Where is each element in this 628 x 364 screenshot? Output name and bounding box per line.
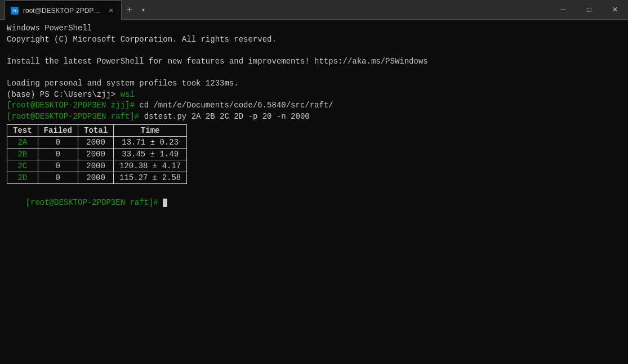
tab-bar: PS root@DESKTOP-2PDP3EN:/m ✕ + ▾ [5,0,550,19]
new-tab-button[interactable]: + [122,2,137,17]
terminal-line-5 [7,67,621,78]
table-header-test: Test [7,125,38,137]
terminal-line-4: Install the latest PowerShell for new fe… [7,56,621,68]
maximize-button[interactable]: □ [576,0,602,20]
table-header-total: Total [78,125,114,137]
window-controls: ─ □ ✕ [550,0,628,19]
tab-dropdown-button[interactable]: ▾ [137,2,149,17]
terminal-line-8: [root@DESKTOP-2PDP3EN zjj]# cd /mnt/e/Do… [7,100,621,111]
table-cell-time: 115.27 ± 2.58 [114,172,187,184]
titlebar: PS root@DESKTOP-2PDP3EN:/m ✕ + ▾ ─ □ ✕ [0,0,628,20]
table-cell-test: 2A [7,137,38,149]
table-cell-time: 33.45 ± 1.49 [114,149,187,160]
table-cell-total: 2000 [78,160,114,172]
minimize-button[interactable]: ─ [550,0,576,20]
tab-title: root@DESKTOP-2PDP3EN:/m [23,7,102,15]
close-button[interactable]: ✕ [602,0,628,20]
terminal-prompt: [root@DESKTOP-2PDP3EN raft]# [7,186,621,219]
table-cell-total: 2000 [78,172,114,184]
table-cell-time: 13.71 ± 0.23 [114,137,187,149]
table-header-failed: Failed [38,125,78,137]
terminal-line-3 [7,45,621,56]
terminal-line-7: (base) PS C:\Users\zjj> wsl [7,89,621,101]
table-cell-failed: 0 [38,172,78,184]
table-cell-test: 2D [7,172,38,184]
table-header-time: Time [114,125,187,137]
tab-close-button[interactable]: ✕ [106,6,115,15]
table-cell-total: 2000 [78,149,114,160]
results-table: Test Failed Total Time 2A0200013.71 ± 0.… [7,124,187,184]
table-cell-test: 2B [7,149,38,160]
svg-text:PS: PS [12,9,18,13]
terminal-line-2: Copyright (C) Microsoft Corporation. All… [7,34,621,46]
table-cell-test: 2C [7,160,38,172]
table-cell-failed: 0 [38,160,78,172]
table-row: 2C02000120.38 ± 4.17 [7,160,187,172]
table-cell-failed: 0 [38,149,78,160]
cursor [163,199,167,207]
table-cell-total: 2000 [78,137,114,149]
table-cell-failed: 0 [38,137,78,149]
table-row: 2B0200033.45 ± 1.49 [7,149,187,160]
active-tab[interactable]: PS root@DESKTOP-2PDP3EN:/m ✕ [5,1,122,20]
terminal-line-6: Loading personal and system profiles too… [7,78,621,89]
terminal-line-9: [root@DESKTOP-2PDP3EN raft]# dstest.py 2… [7,111,621,123]
terminal-window[interactable]: Windows PowerShell Copyright (C) Microso… [0,20,628,364]
table-row: 2A0200013.71 ± 0.23 [7,137,187,149]
table-row: 2D02000115.27 ± 2.58 [7,172,187,184]
tab-icon: PS [11,7,19,15]
terminal-line-1: Windows PowerShell [7,23,621,34]
table-cell-time: 120.38 ± 4.17 [114,160,187,172]
